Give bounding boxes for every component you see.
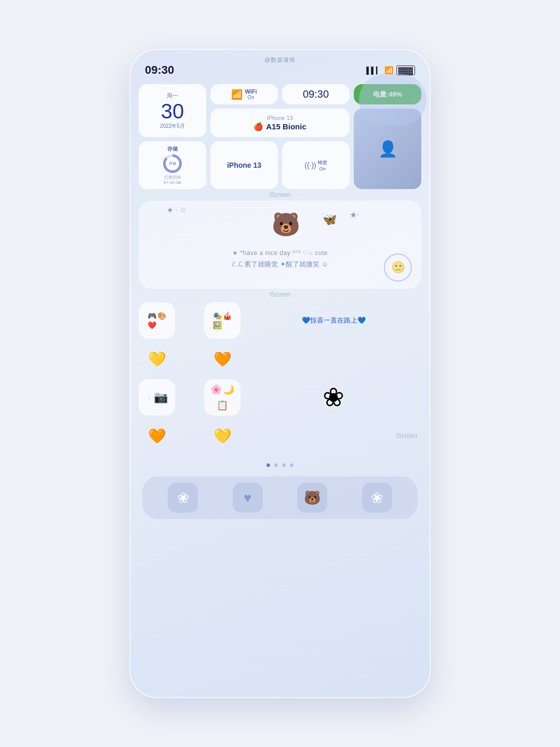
widget-chip[interactable]: iPhone 13 🍎 A15 Bionic <box>210 109 350 137</box>
smile-circle: 🙂 <box>384 254 412 282</box>
app-folder-4[interactable]: 🌸 🌙 📋 <box>204 379 241 416</box>
app-icon-5: 🎭 <box>213 312 222 320</box>
apple-logo-icon: 🍎 <box>254 122 263 131</box>
heart-icon-yellow: 💛 <box>148 351 166 368</box>
clock-display: 09:30 <box>303 88 329 100</box>
promo-area: 💙惊喜一直在路上💙 <box>246 316 421 325</box>
widget-storage[interactable]: 存储 存储 已用空间 87.09 GB <box>139 141 206 189</box>
iscreen-label-3: iScreen <box>396 432 417 439</box>
iscreen-area: iScreen <box>246 432 421 439</box>
app-icon-moon: 🌙 <box>223 384 234 395</box>
storage-circle: 存储 <box>163 154 182 173</box>
status-time: 09:30 <box>145 63 174 77</box>
app-icon-6: 🎪 <box>223 312 232 320</box>
dock-icon-4[interactable]: ❀ <box>362 483 392 513</box>
weekday-label: 周一 <box>167 92 178 100</box>
dock-icon-3[interactable]: 🐻 <box>297 483 327 513</box>
heart-icon-orange2: 🧡 <box>148 428 166 445</box>
storage-inner: 存储 <box>166 157 179 170</box>
app-folder-2[interactable]: 🎭 🎪 🖼️ <box>204 302 241 339</box>
dock-icon-1[interactable]: ❀ <box>168 483 198 513</box>
deco-widget: 🐻 🦋 ★ · ☆ ★· ★ *have a nice day ⁰°⁰ ♡○ c… <box>139 201 421 289</box>
widget-clock[interactable]: 09:30 <box>282 84 350 104</box>
iscreen-label-2: iScreen <box>139 291 421 298</box>
app-row-1: 🎮 🎨 ❤️ 🎭 🎪 🖼️ 💙惊喜一直在路上💙 <box>139 302 421 339</box>
widget-photo[interactable]: 👤 <box>354 109 421 189</box>
iscreen-label-1: iScreen <box>139 191 421 198</box>
model-label: iPhone 13 <box>227 161 261 169</box>
app-folder-3[interactable]: ⋮ 📷 <box>139 379 175 416</box>
storage-size: 87.09 GB <box>164 180 181 185</box>
folder-dots: ⋮ <box>146 395 152 401</box>
app-icon-2: 🎨 <box>157 312 166 320</box>
app-icon-8 <box>223 321 232 329</box>
dot-2[interactable] <box>274 463 278 467</box>
widget-grid: 周一 30 2022年5月 📶 WiFi On 09:30 电量:49% iPh… <box>139 84 421 189</box>
folder-icons-1: 🎮 🎨 ❤️ <box>144 309 169 332</box>
battery-icon: ▓▓▓ <box>396 65 415 75</box>
dot-3[interactable] <box>282 463 286 467</box>
iphone-13-label: iPhone 13 <box>267 115 293 121</box>
status-bar: 09:30 ▌▌▎ 📶 ▓▓▓ <box>129 49 431 81</box>
folder-icons-2: 🎭 🎪 🖼️ <box>210 309 235 332</box>
app-icon-note: 📋 <box>217 399 228 411</box>
heart-icon-orange: 🧡 <box>214 351 232 368</box>
battery-label: 电量:49% <box>373 90 402 99</box>
dock-icon-2[interactable]: ♥ <box>233 483 263 513</box>
cellular-label: 蜂窝 <box>318 159 327 166</box>
app-row-hearts2: 🧡 💛 iScreen <box>139 418 421 454</box>
day-number: 30 <box>161 100 184 123</box>
yellow-heart-2[interactable]: 💛 <box>204 418 241 454</box>
app-icon-camera: 📷 <box>154 391 168 404</box>
signal-icon: ▌▌▎ <box>366 66 381 74</box>
wifi-symbol-icon: 📶 <box>231 89 243 100</box>
photo-placeholder: 👤 <box>354 109 421 189</box>
app-icon-1: 🎮 <box>148 312 156 320</box>
yellow-heart-1[interactable]: 💛 <box>139 341 175 377</box>
storage-title: 存储 <box>167 145 178 153</box>
wifi-icon: 📶 <box>384 66 393 74</box>
cellular-icon: ((·)) <box>304 161 316 169</box>
flower-area: ❀ <box>246 382 421 412</box>
dock: ❀ ♥ 🐻 ❀ <box>142 476 418 519</box>
app-icon-7: 🖼️ <box>213 321 222 329</box>
flower-sticker: ❀ <box>323 382 344 412</box>
app-icon-3: ❤️ <box>148 321 156 329</box>
cellular-on: On <box>319 166 326 171</box>
widget-cellular[interactable]: ((·)) 蜂窝 On <box>282 141 350 189</box>
storage-used: 已用空间 <box>164 175 181 180</box>
star-deco: ★ · ☆ <box>167 206 186 214</box>
dot-4[interactable] <box>290 463 294 467</box>
promo-text: 💙惊喜一直在路上💙 <box>302 316 366 325</box>
widget-model[interactable]: iPhone 13 <box>210 141 278 189</box>
widget-battery[interactable]: 电量:49% <box>354 84 421 104</box>
app-section: 🎮 🎨 ❤️ 🎭 🎪 🖼️ 💙惊喜一直在路上💙 <box>139 302 421 456</box>
wifi-on-label: On <box>247 95 254 100</box>
app-folder-1[interactable]: 🎮 🎨 ❤️ <box>139 302 175 339</box>
app-icon-4 <box>157 321 166 329</box>
month-label: 2022年5月 <box>160 123 185 130</box>
deco-text2: ℰ.ℒ 累了就睡觉 ✦醒了就微笑 ☺ <box>232 260 328 269</box>
deco-texts: ★ *have a nice day ⁰°⁰ ♡○ cute ℰ.ℒ 累了就睡觉… <box>232 249 328 269</box>
wifi-label: WiFi <box>245 88 257 95</box>
dock-heart-icon: ♥ <box>244 490 251 506</box>
butterfly-emoji: 🦋 <box>323 213 337 226</box>
app-row-hearts: 💛 🧡 <box>139 341 421 377</box>
app-row-2: ⋮ 📷 🌸 🌙 📋 ❀ <box>139 379 421 416</box>
widget-date[interactable]: 周一 30 2022年5月 <box>139 84 206 137</box>
watermark: @数据请情 <box>264 56 296 64</box>
orange-heart-1[interactable]: 🧡 <box>204 341 241 377</box>
dot-1[interactable] <box>266 463 270 467</box>
widget-wifi[interactable]: 📶 WiFi On <box>210 84 278 104</box>
status-icons: ▌▌▎ 📶 ▓▓▓ <box>366 65 415 75</box>
app-icon-pink: 🌸 <box>210 384 222 395</box>
star-deco2: ★· <box>350 210 359 220</box>
dock-flower-1-icon: ❀ <box>177 489 189 506</box>
dock-flower-2-icon: ❀ <box>371 489 383 506</box>
page-dots <box>266 463 294 467</box>
chip-label: A15 Bionic <box>266 122 306 131</box>
bear-emoji: 🐻 <box>272 211 300 238</box>
orange-heart-2[interactable]: 🧡 <box>139 418 175 454</box>
heart-icon-yellow2: 💛 <box>214 428 232 445</box>
deco-text1: ★ *have a nice day ⁰°⁰ ♡○ cute <box>232 249 328 257</box>
